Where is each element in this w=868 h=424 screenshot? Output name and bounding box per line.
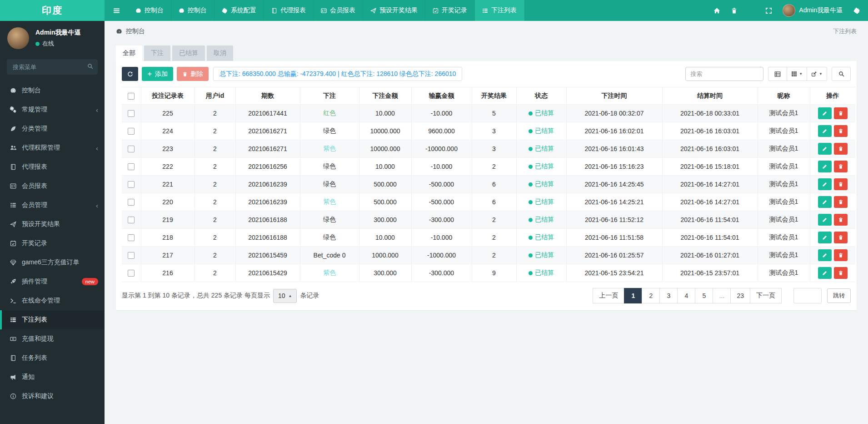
page-button-2[interactable]: 2 — [642, 288, 660, 303]
edit-row-button[interactable] — [818, 232, 832, 243]
topbar-nav-代理报表[interactable]: 代理报表 — [264, 0, 314, 21]
cell-settle-time: 2021-06-16 01:27:01 — [662, 247, 758, 264]
delete-row-button[interactable] — [834, 143, 848, 155]
column-header: 状态 — [516, 87, 566, 105]
topbar-nav-预设开奖结果[interactable]: 预设开奖结果 — [363, 0, 425, 21]
page-size-select[interactable]: 10 ▲ — [273, 289, 297, 303]
sidebar-item-分类管理[interactable]: 分类管理 — [0, 119, 105, 138]
sidebar-item-插件管理[interactable]: 插件管理new — [0, 272, 105, 291]
expand-button[interactable] — [760, 0, 777, 21]
cell-period: 20210616188 — [235, 211, 300, 229]
jump-page-input[interactable] — [793, 288, 822, 303]
edit-row-button[interactable] — [818, 267, 832, 279]
row-checkbox[interactable] — [128, 270, 135, 277]
edit-row-button[interactable] — [818, 161, 832, 172]
topbar-nav-下注列表[interactable]: 下注列表 — [475, 0, 524, 21]
page-button-1[interactable]: 1 — [624, 288, 642, 303]
sidebar-item-会员管理[interactable]: 会员管理‹ — [0, 196, 105, 215]
sidebar-item-在线命令管理[interactable]: 在线命令管理 — [0, 291, 105, 310]
delete-row-button[interactable] — [834, 178, 848, 190]
edit-row-button[interactable] — [818, 214, 832, 226]
table-row: 222220210616256绿色10.000-10.0002已结算2021-0… — [122, 158, 855, 176]
columns-button[interactable]: ▼ — [787, 67, 807, 81]
sidebar-item-任务列表[interactable]: 任务列表 — [0, 348, 105, 368]
page-button-下一页[interactable]: 下一页 — [750, 288, 782, 303]
sidebar-item-通知[interactable]: 通知 — [0, 368, 105, 387]
refresh-button[interactable] — [122, 67, 138, 81]
delete-row-button[interactable] — [834, 232, 848, 243]
cell-bet: 绿色 — [323, 162, 336, 170]
sidebar-item-game6三方充值订单[interactable]: game6三方充值订单 — [0, 253, 105, 272]
online-dot-icon — [35, 42, 40, 46]
page-button-上一页[interactable]: 上一页 — [593, 288, 624, 303]
delete-row-button[interactable] — [834, 107, 848, 119]
table-search-input[interactable] — [685, 67, 763, 81]
select-all-checkbox[interactable] — [128, 93, 135, 100]
topbar-user-menu[interactable]: Admin我最牛逼 — [777, 4, 848, 17]
tab-取消[interactable]: 取消 — [207, 45, 233, 61]
row-checkbox[interactable] — [128, 128, 135, 135]
sidebar-search-input[interactable] — [7, 59, 98, 75]
home-button[interactable] — [708, 0, 725, 21]
page-button-23[interactable]: 23 — [730, 288, 750, 303]
row-checkbox[interactable] — [128, 146, 135, 152]
sidebar-item-控制台[interactable]: 控制台 — [0, 81, 105, 100]
row-checkbox[interactable] — [128, 217, 135, 223]
export-button[interactable]: ▼ — [807, 67, 827, 81]
topbar-nav-控制台[interactable]: 控制台 — [171, 0, 215, 21]
row-checkbox[interactable] — [128, 163, 135, 170]
delete-row-button[interactable] — [834, 196, 848, 208]
tab-已结算[interactable]: 已结算 — [172, 45, 205, 61]
cell-record-id: 224 — [141, 122, 195, 140]
page-button-3[interactable]: 3 — [659, 288, 678, 303]
edit-row-button[interactable] — [818, 107, 832, 119]
jump-button[interactable]: 跳转 — [827, 288, 851, 303]
sidebar-item-预设开奖结果[interactable]: 预设开奖结果 — [0, 215, 105, 234]
sidebar-toggle-button[interactable] — [105, 0, 128, 21]
topbar-nav-会员报表[interactable]: 会员报表 — [314, 0, 363, 21]
sidebar-item-常规管理[interactable]: 常规管理‹ — [0, 100, 105, 119]
sidebar-item-投诉和建议[interactable]: 投诉和建议 — [0, 387, 105, 406]
delete-row-button[interactable] — [834, 267, 848, 279]
tab-全部[interactable]: 全部 — [116, 45, 142, 61]
row-checkbox[interactable] — [128, 234, 135, 241]
cell-period: 20210617441 — [235, 105, 300, 122]
edit-row-button[interactable] — [818, 143, 832, 155]
toggle-view-button[interactable] — [768, 67, 787, 81]
edit-row-button[interactable] — [818, 196, 832, 208]
row-checkbox[interactable] — [128, 181, 135, 188]
sidebar-item-下注列表[interactable]: 下注列表 — [0, 310, 105, 329]
row-checkbox[interactable] — [128, 199, 135, 206]
row-checkbox[interactable] — [128, 110, 135, 117]
add-button[interactable]: 添加 — [142, 67, 173, 81]
page-button-5[interactable]: 5 — [695, 288, 713, 303]
row-checkbox[interactable] — [128, 252, 135, 259]
page-button-4[interactable]: 4 — [677, 288, 695, 303]
cell-draw-result: 6 — [472, 193, 516, 211]
sidebar-item-会员报表[interactable]: 会员报表 — [0, 177, 105, 196]
status-dot-icon — [529, 111, 533, 116]
sidebar-item-充值和提现[interactable]: 充值和提现 — [0, 329, 105, 348]
edit-row-button[interactable] — [818, 125, 832, 137]
delete-row-button[interactable] — [834, 125, 848, 137]
sidebar-item-代理权限管理[interactable]: 代理权限管理‹ — [0, 138, 105, 157]
delete-row-button[interactable] — [834, 214, 848, 226]
cell-settle-time: 2021-06-16 11:54:01 — [662, 229, 758, 247]
edit-row-button[interactable] — [818, 178, 832, 190]
sidebar-item-代理报表[interactable]: 代理报表 — [0, 157, 105, 177]
delete-button[interactable]: 删除 — [177, 67, 209, 81]
topbar-nav-系统配置[interactable]: 系统配置 — [215, 0, 264, 21]
delete-row-button[interactable] — [834, 249, 848, 261]
breadcrumb[interactable]: 控制台 — [116, 27, 145, 35]
trash-button[interactable] — [725, 0, 743, 21]
table-header-row: 投注记录表用户id期数下注下注金额输赢金额开奖结果状态下注时间结算时间昵称操作 — [122, 87, 855, 105]
topbar-nav-开奖记录[interactable]: 开奖记录 — [425, 0, 475, 21]
delete-row-button[interactable] — [834, 161, 848, 172]
tab-下注[interactable]: 下注 — [144, 45, 170, 61]
advanced-search-button[interactable] — [832, 67, 851, 81]
edit-row-button[interactable] — [818, 249, 832, 261]
settings-button[interactable] — [848, 0, 865, 21]
refresh-button[interactable] — [743, 0, 760, 21]
topbar-nav-控制台[interactable]: 控制台 — [128, 0, 171, 21]
sidebar-item-开奖记录[interactable]: 开奖记录 — [0, 234, 105, 253]
